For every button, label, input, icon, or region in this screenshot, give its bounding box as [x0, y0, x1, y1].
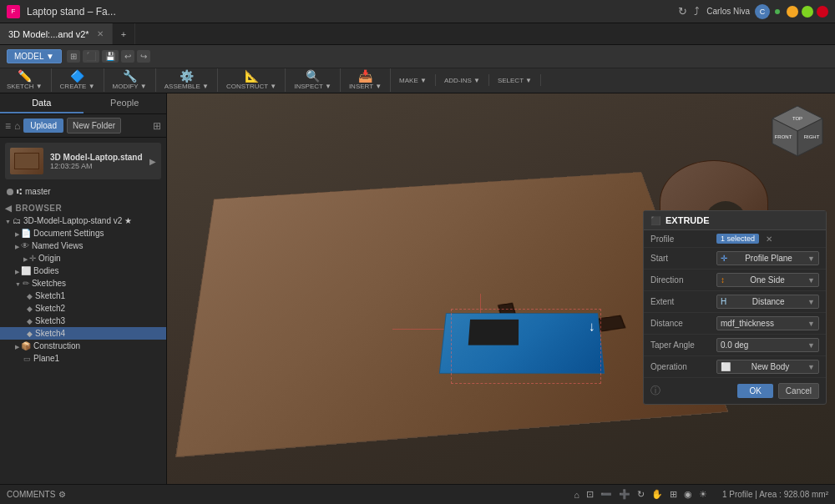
extent-icon: H [721, 297, 726, 306]
panel-menu-icon[interactable]: ≡ [5, 120, 11, 132]
ok-button[interactable]: OK [737, 384, 772, 398]
start-arrow: ▼ [807, 255, 815, 263]
extrude-title: EXTRUDE [665, 215, 710, 225]
browser-section: ◀ BROWSER 🗂 3D-Model-Laptop-stand v2 ★ 📄… [0, 199, 166, 484]
zoom-fit-btn[interactable]: ⊡ [584, 489, 595, 500]
tree-named-views[interactable]: 👁 Named Views [0, 239, 166, 252]
master-label: ⑆ [17, 187, 22, 196]
viewport[interactable]: ↑ mdf_thickness ⇔ TOP RIGHT FRONT [167, 93, 835, 484]
browser-collapse-icon[interactable]: ◀ [5, 204, 13, 213]
tab-new[interactable]: + [113, 23, 135, 44]
make-group: MAKE ▼ [396, 74, 436, 86]
construct-group: 📐 CONSTRUCT ▼ [223, 68, 286, 92]
panel-grid-icon[interactable]: ⊞ [153, 120, 161, 132]
display-btn[interactable]: ◉ [682, 489, 694, 500]
construct-btn[interactable]: 📐 CONSTRUCT ▼ [223, 68, 280, 92]
tree-origin[interactable]: ✛ Origin [0, 252, 166, 265]
blue-notch [468, 320, 519, 345]
taper-value: 0.0 deg [721, 340, 748, 350]
extent-dropdown[interactable]: H Distance ▼ [716, 295, 819, 309]
direction-dropdown[interactable]: ↕ One Side ▼ [716, 273, 819, 287]
inspect-group: 🔍 INSPECT ▼ [291, 68, 341, 92]
sketch-label: SKETCH ▼ [7, 83, 43, 90]
tree-root[interactable]: 🗂 3D-Model-Laptop-stand v2 ★ [0, 214, 166, 227]
sketch-btn[interactable]: ✏️ SKETCH ▼ [3, 68, 46, 92]
refresh-icon[interactable]: ↻ [678, 5, 687, 18]
tab-data[interactable]: Data [0, 93, 84, 113]
direction-label: Direction [650, 275, 713, 285]
toolbar-icon-3[interactable]: 💾 [102, 50, 119, 63]
blue-part [439, 313, 605, 374]
tree-arrow-bodies [15, 266, 21, 275]
orbit-btn[interactable]: ↻ [635, 489, 646, 500]
home-view-btn[interactable]: ⌂ [572, 490, 581, 500]
insert-group: 📥 INSERT ▼ [346, 68, 391, 92]
model-mode-button[interactable]: MODEL ▼ [7, 49, 62, 63]
toolbar: MODEL ▼ ⊞ ⬛ 💾 ↩ ↪ ✏️ SKETCH ▼ 🔷 CREATE ▼… [0, 45, 835, 93]
insert-btn[interactable]: 📥 INSERT ▼ [346, 68, 385, 92]
new-folder-button[interactable]: New Folder [67, 118, 121, 134]
browser-header: ◀ BROWSER [0, 202, 166, 214]
tree-icon-views: 👁 [21, 241, 29, 250]
select-btn[interactable]: SELECT ▼ [494, 74, 535, 86]
share-icon[interactable]: ⤴ [694, 5, 700, 18]
create-btn[interactable]: 🔷 CREATE ▼ [57, 68, 99, 92]
taper-dropdown[interactable]: 0.0 deg ▼ [716, 338, 819, 352]
main-area: Data People ≡ ⌂ Upload New Folder ⊞ 3D M… [0, 93, 835, 484]
tree-bodies[interactable]: ⬜ Bodies [0, 265, 166, 277]
extrude-info-icon[interactable]: ⓘ [650, 384, 660, 398]
comments-settings-icon[interactable]: ⚙ [58, 490, 66, 499]
make-btn[interactable]: MAKE ▼ [396, 74, 430, 86]
minimize-button[interactable] [787, 6, 798, 18]
tree-sketch3[interactable]: ◆ Sketch3 [0, 315, 166, 327]
panel-search-icon[interactable]: ⌂ [14, 120, 20, 132]
close-button[interactable] [817, 6, 828, 18]
tree-sketch1[interactable]: ◆ Sketch1 [0, 290, 166, 302]
toolbar-icon-1[interactable]: ⊞ [67, 50, 80, 63]
profile-clear-icon[interactable]: ✕ [766, 234, 772, 244]
tree-plane1[interactable]: ▭ Plane1 [0, 352, 166, 365]
start-dropdown[interactable]: ✛ Profile Plane ▼ [716, 251, 819, 265]
toolbar-icon-redo[interactable]: ↪ [137, 50, 150, 63]
tree-sketch2[interactable]: ◆ Sketch2 [0, 302, 166, 315]
zoom-out-btn[interactable]: ➖ [599, 489, 614, 500]
file-more-icon[interactable]: ▶ [149, 157, 156, 166]
direction-arrow-icon: ▼ [807, 276, 815, 285]
upload-button[interactable]: Upload [23, 118, 63, 133]
direction-value: One Side [750, 275, 785, 285]
view-options-btn[interactable]: ⊞ [668, 489, 679, 500]
toolbar-icon-undo[interactable]: ↩ [121, 50, 134, 63]
taper-arrow: ▼ [807, 341, 815, 350]
tree-icon-plane1: ▭ [23, 355, 31, 363]
operation-dropdown[interactable]: ⬜ New Body ▼ [716, 360, 819, 374]
browser-label: BROWSER [16, 204, 63, 213]
comments-label: COMMENTS [7, 490, 55, 499]
maximize-button[interactable] [802, 6, 813, 18]
navcube[interactable]: TOP RIGHT FRONT [768, 102, 827, 160]
insert-icon: 📥 [358, 70, 372, 82]
left-panel: Data People ≡ ⌂ Upload New Folder ⊞ 3D M… [0, 93, 167, 484]
tab-3dmodel[interactable]: 3D Model:...and v2* ✕ [0, 23, 113, 44]
distance-dropdown[interactable]: mdf_thickness ▼ [716, 316, 819, 330]
tree-icon-sketch4: ◆ [27, 330, 33, 338]
addins-btn[interactable]: ADD-INS ▼ [441, 74, 483, 86]
modify-btn[interactable]: 🔧 MODIFY ▼ [109, 68, 150, 92]
pan-btn[interactable]: ✋ [650, 489, 665, 500]
toolbar-bottom: ✏️ SKETCH ▼ 🔷 CREATE ▼ 🔧 MODIFY ▼ ⚙️ ASS… [0, 68, 835, 93]
tab-people[interactable]: People [84, 93, 167, 113]
inspect-btn[interactable]: 🔍 INSPECT ▼ [291, 68, 335, 92]
tree-doc-settings[interactable]: 📄 Document Settings [0, 227, 166, 239]
tab-close-icon[interactable]: ✕ [97, 29, 104, 38]
insert-label: INSERT ▼ [349, 83, 382, 90]
title-icon-area: ↻ ⤴ [678, 5, 700, 18]
assemble-btn[interactable]: ⚙️ ASSEMBLE ▼ [161, 68, 212, 92]
tree-sketch4[interactable]: ◆ Sketch4 [0, 327, 166, 340]
tree-construction[interactable]: 📦 Construction [0, 340, 166, 352]
render-btn[interactable]: ☀ [697, 489, 709, 500]
toolbar-icon-2[interactable]: ⬛ [83, 50, 99, 63]
cancel-button[interactable]: Cancel [778, 383, 819, 399]
tree-sketches[interactable]: ✏ Sketches [0, 277, 166, 290]
file-thumbnail [10, 148, 43, 174]
zoom-in-btn[interactable]: ➕ [617, 489, 632, 500]
start-icon: ✛ [721, 254, 727, 263]
